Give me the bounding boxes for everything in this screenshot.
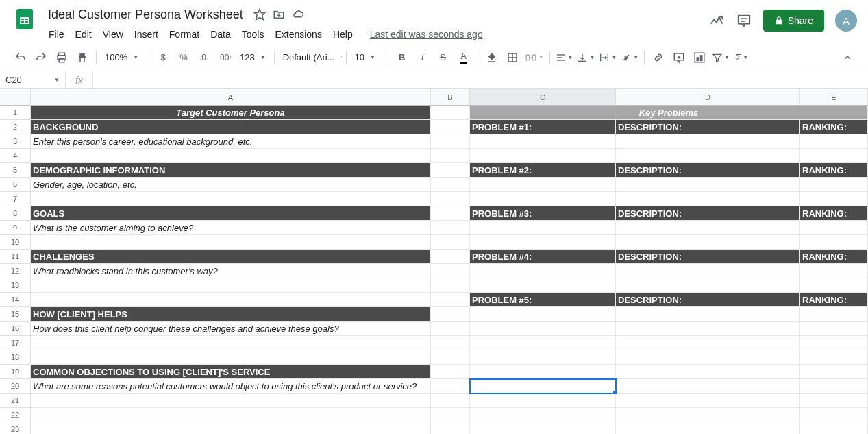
cell-A15[interactable]: HOW [CLIENT] HELPS [31,307,431,322]
cell-C5[interactable]: PROBLEM #2: [470,163,616,178]
cell-A20[interactable]: What are some reasons potential customer… [31,379,431,394]
cell-A1[interactable]: Target Customer Persona [31,106,431,120]
cell-E16[interactable] [800,322,868,336]
cell-B22[interactable] [431,408,470,422]
cell-E6[interactable] [800,178,868,192]
cell-A19[interactable]: COMMON OBJECTIONS TO USING [CLIENT]'S SE… [31,365,431,379]
cell-E22[interactable] [800,408,868,422]
decrease-decimal-button[interactable]: .0↓ [195,48,214,67]
cell-B23[interactable] [431,422,470,434]
menu-data[interactable]: Data [206,26,236,43]
row-header[interactable]: 15 [0,307,30,322]
print-button[interactable] [52,48,71,67]
cell-D8[interactable]: DESCRIPTION: [616,206,800,221]
cell-E15[interactable] [800,307,868,322]
font-size-select[interactable]: 10▼ [351,49,384,67]
cell-B15[interactable] [431,307,470,322]
cell-C1[interactable]: Key Problems [470,106,868,120]
account-avatar[interactable]: A [835,10,857,32]
comments-icon[interactable] [736,12,752,29]
cell-B20[interactable] [431,379,470,394]
cell-B8[interactable] [431,206,470,221]
cell-A6[interactable]: Gender, age, location, etc. [31,178,431,192]
increase-decimal-button[interactable]: .00↑ [215,48,234,67]
column-header-C[interactable]: C [470,89,616,105]
cell-D18[interactable] [616,350,800,365]
cell-C8[interactable]: PROBLEM #3: [470,206,616,221]
row-header[interactable]: 12 [0,264,30,278]
cell-B12[interactable] [431,264,470,278]
cell-E11[interactable]: RANKING: [800,250,868,264]
menu-edit[interactable]: Edit [71,26,97,43]
cell-A22[interactable] [31,408,431,422]
currency-button[interactable]: $ [153,48,173,67]
cell-A7[interactable] [31,192,431,206]
cell-D15[interactable] [616,307,800,322]
menu-insert[interactable]: Insert [129,26,163,43]
cell-B13[interactable] [431,278,470,293]
share-button[interactable]: Share [763,10,824,32]
cell-D7[interactable] [616,192,800,206]
row-header[interactable]: 2 [0,120,30,134]
cell-E9[interactable] [800,221,868,235]
link-button[interactable] [649,48,668,67]
cell-E5[interactable]: RANKING: [800,163,868,178]
cell-B5[interactable] [431,163,470,178]
name-box[interactable]: C20▼ [0,71,66,88]
cloud-icon[interactable] [291,8,305,21]
cell-C3[interactable] [470,134,616,149]
cell-A12[interactable]: What roadblocks stand in this customer's… [31,264,431,278]
cell-C23[interactable] [470,422,616,434]
cell-A11[interactable]: CHALLENGES [31,250,431,264]
cell-E4[interactable] [800,149,868,163]
number-format-select[interactable]: 123▼ [236,49,270,67]
activity-icon[interactable] [708,12,725,29]
cell-C13[interactable] [470,278,616,293]
column-header-B[interactable]: B [431,89,470,105]
cell-A13[interactable] [31,278,431,293]
row-header[interactable]: 19 [0,365,30,379]
cell-B6[interactable] [431,178,470,192]
cell-E23[interactable] [800,422,868,434]
cell-D11[interactable]: DESCRIPTION: [616,250,800,264]
row-header[interactable]: 3 [0,134,30,149]
paint-format-button[interactable] [73,48,92,67]
cell-A18[interactable] [31,350,431,365]
filter-button[interactable]: ▼ [710,48,731,67]
cell-B19[interactable] [431,365,470,379]
menu-format[interactable]: Format [164,26,204,43]
row-header[interactable]: 7 [0,192,30,206]
sheets-logo[interactable] [11,5,38,33]
cell-C9[interactable] [470,221,616,235]
select-all-corner[interactable] [0,89,30,106]
row-header[interactable]: 21 [0,394,30,408]
cell-E10[interactable] [800,235,868,250]
rotate-button[interactable]: A▼ [619,48,640,67]
cell-B21[interactable] [431,394,470,408]
menu-view[interactable]: View [98,26,128,43]
italic-button[interactable]: I [413,48,432,67]
cell-A3[interactable]: Enter this person's career, educational … [31,134,431,149]
cell-A5[interactable]: DEMOGRAPHIC INFORMATION [31,163,431,178]
zoom-select[interactable]: 100%▼ [101,49,145,67]
font-select[interactable]: Default (Ari...▼ [279,49,342,67]
cell-D2[interactable]: DESCRIPTION: [616,120,800,134]
cell-D16[interactable] [616,322,800,336]
row-header[interactable]: 22 [0,408,30,422]
cell-E19[interactable] [800,365,868,379]
cell-E13[interactable] [800,278,868,293]
row-header[interactable]: 18 [0,350,30,365]
cell-B11[interactable] [431,250,470,264]
column-header-A[interactable]: A [31,89,431,105]
comment-button[interactable] [669,48,689,67]
cell-D10[interactable] [616,235,800,250]
undo-button[interactable] [11,48,30,67]
cell-D12[interactable] [616,264,800,278]
cell-D13[interactable] [616,278,800,293]
cell-C2[interactable]: PROBLEM #1: [470,120,616,134]
cell-B3[interactable] [431,134,470,149]
cell-C4[interactable] [470,149,616,163]
valign-button[interactable]: ▼ [575,48,596,67]
cell-B10[interactable] [431,235,470,250]
collapse-toolbar-button[interactable] [838,48,857,67]
